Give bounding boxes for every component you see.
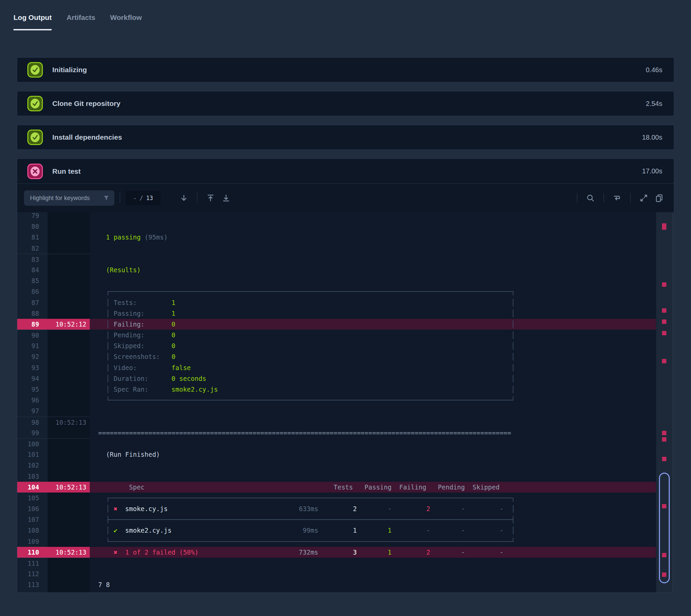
wrap-lines-button[interactable] [609, 190, 625, 206]
line-number[interactable]: 102 [17, 460, 48, 470]
toolbar-divider [630, 193, 631, 203]
log-line: 102 [17, 460, 656, 470]
log-line: 90 │ Pending: 0 │ [17, 330, 656, 340]
highlight-keywords-input[interactable] [24, 190, 114, 206]
line-number[interactable]: 106 [17, 503, 48, 514]
step-install-dependencies[interactable]: Install dependencies 18.00s [17, 125, 674, 150]
tab-log-output[interactable]: Log Output [14, 14, 51, 30]
line-text: │ Spec Ran: smoke2.cy.js │ [90, 384, 656, 395]
log-line: 112 [17, 568, 656, 579]
line-number[interactable]: 81 [17, 232, 48, 243]
step-duration: 18.00s [642, 134, 662, 141]
copy-log-button[interactable] [651, 190, 667, 206]
check-icon [27, 96, 43, 111]
line-number[interactable]: 110 [17, 547, 48, 558]
line-number[interactable]: 92 [17, 351, 48, 362]
line-timestamp [48, 514, 90, 525]
line-number[interactable]: 100 [17, 438, 48, 449]
line-number[interactable]: 90 [17, 330, 48, 340]
line-number[interactable]: 113 [17, 579, 48, 590]
scroll-to-bottom-button[interactable] [218, 190, 234, 206]
log-line: 109 └───────────────────────────────────… [17, 536, 656, 547]
line-number[interactable]: 111 [17, 558, 48, 568]
line-number[interactable]: 89 [17, 319, 48, 330]
line-number[interactable]: 84 [17, 264, 48, 275]
log-minimap-scrollbar[interactable] [656, 212, 674, 592]
line-timestamp [48, 558, 90, 568]
line-timestamp [48, 362, 90, 373]
line-text [90, 568, 656, 579]
log-line: 1137 8 [17, 579, 656, 590]
step-duration: 17.00s [642, 167, 662, 175]
tab-workflow[interactable]: Workflow [110, 14, 142, 30]
line-number[interactable]: 83 [17, 254, 48, 264]
minimap-match-marker [662, 359, 666, 363]
scrollbar-thumb[interactable] [659, 472, 670, 583]
line-number[interactable]: 101 [17, 449, 48, 460]
line-text: 7 8 [90, 579, 656, 590]
line-number[interactable]: 88 [17, 308, 48, 319]
line-number[interactable]: 80 [17, 221, 48, 232]
line-timestamp [48, 221, 90, 232]
line-text: │ ✔ smoke2.cy.js 99ms 1 1 - - - │ [90, 525, 656, 536]
line-number[interactable]: 98 [17, 417, 48, 427]
log-output-panel: 798081 1 passing (95ms)828384 (Results)8… [17, 212, 674, 592]
line-number[interactable]: 103 [17, 471, 48, 482]
log-line: 101 (Run Finished) [17, 449, 656, 460]
step-label: Initializing [52, 66, 87, 74]
line-number[interactable]: 105 [17, 492, 48, 503]
line-number[interactable]: 107 [17, 514, 48, 525]
line-number[interactable]: 94 [17, 373, 48, 384]
step-initializing[interactable]: Initializing 0.46s [17, 57, 674, 82]
match-current: - [133, 195, 137, 201]
log-line: 8910:52:12 │ Failing: 0 │ [17, 319, 656, 330]
scroll-to-top-button[interactable] [203, 190, 218, 206]
log-toolbar: - / 13 [17, 184, 674, 212]
line-text [90, 254, 656, 264]
toolbar-divider [577, 193, 577, 203]
line-number[interactable]: 93 [17, 362, 48, 373]
line-text [90, 212, 656, 221]
line-text: └───────────────────────────────────────… [90, 536, 656, 547]
line-number[interactable]: 86 [17, 286, 48, 297]
next-match-button[interactable] [176, 190, 192, 206]
step-clone-git-repository[interactable]: Clone Git repository 2.54s [17, 91, 674, 116]
log-line: 11010:52:13 ✖ 1 of 2 failed (50%) 732ms … [17, 547, 656, 558]
line-timestamp [48, 427, 90, 438]
line-number[interactable]: 104 [17, 482, 48, 492]
line-number[interactable]: 87 [17, 297, 48, 308]
previous-match-button[interactable] [160, 190, 176, 206]
log-line: 9810:52:13 [17, 417, 656, 427]
line-number[interactable]: 85 [17, 275, 48, 286]
line-timestamp [48, 297, 90, 308]
expand-fullscreen-button[interactable] [636, 190, 651, 206]
line-text [90, 243, 656, 254]
line-number[interactable]: 82 [17, 243, 48, 254]
tab-artifacts[interactable]: Artifacts [66, 14, 95, 30]
line-number[interactable]: 91 [17, 340, 48, 351]
line-text: │ Screenshots: 0 │ [90, 351, 656, 362]
line-text: ├───────────────────────────────────────… [90, 514, 656, 525]
line-timestamp [48, 460, 90, 470]
minimap-match-marker [662, 431, 666, 435]
log-line: 93 │ Video: false │ [17, 362, 656, 373]
line-number[interactable]: 99 [17, 427, 48, 438]
line-text: │ Skipped: 0 │ [90, 340, 656, 351]
line-number[interactable]: 108 [17, 525, 48, 536]
line-text: │ Pending: 0 │ [90, 330, 656, 340]
log-line: 108 │ ✔ smoke2.cy.js 99ms 1 1 - - - │ [17, 525, 656, 536]
line-number[interactable]: 79 [17, 212, 48, 221]
line-number[interactable]: 95 [17, 384, 48, 395]
line-timestamp [48, 286, 90, 297]
line-number[interactable]: 112 [17, 568, 48, 579]
line-timestamp [48, 503, 90, 514]
line-text [90, 471, 656, 482]
line-number[interactable]: 97 [17, 405, 48, 416]
step-run-test-header[interactable]: Run test 17.00s [17, 159, 674, 184]
line-number[interactable]: 109 [17, 536, 48, 547]
log-scroll-region[interactable]: 798081 1 passing (95ms)828384 (Results)8… [17, 212, 656, 592]
toolbar-divider [604, 193, 604, 203]
log-line: 81 1 passing (95ms) [17, 232, 656, 243]
search-button[interactable] [583, 190, 598, 206]
line-number[interactable]: 96 [17, 395, 48, 405]
